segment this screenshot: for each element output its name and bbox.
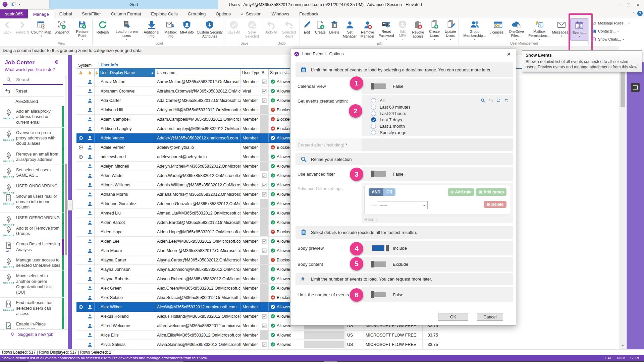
forward-button[interactable]: Forward — [15, 18, 30, 41]
search-icon[interactable] — [480, 98, 485, 103]
show-chats--button[interactable]: Show Chats...▾ — [591, 36, 624, 43]
delete-rule-button[interactable]: ⊖Delete — [484, 201, 506, 208]
cell-user-type[interactable]: Member — [241, 284, 260, 293]
cell-checkbox[interactable] — [260, 218, 269, 227]
tab-column-format[interactable]: Column Format — [106, 9, 146, 18]
restore-point-button[interactable]: Restore Point▾ — [72, 18, 92, 41]
cell-checkbox[interactable] — [260, 124, 269, 133]
body-content-toggle[interactable] — [371, 261, 387, 267]
reset-button[interactable]: Reset — [0, 85, 64, 97]
save-all-button[interactable]: Save All — [226, 18, 241, 41]
panel-icon[interactable] — [631, 83, 640, 92]
cell-username[interactable]: Alayna.Roberts@M365x85832012.OnMicrosoft… — [155, 274, 241, 283]
cell-username[interactable]: Aarav.Melton@M365x85832012.OnMicrosoft.c… — [155, 77, 241, 86]
job-item[interactable]: SELECTAdd to or Remove from Groups — [0, 223, 68, 239]
cell-user-type[interactable]: Member — [241, 330, 260, 340]
cell-checkbox[interactable] — [260, 274, 269, 283]
set-manager-button[interactable]: Set Manager — [341, 18, 358, 41]
cell-username[interactable]: alfred.welcome@M365x85832012.onmicrosoft… — [155, 321, 241, 330]
cell-checkbox[interactable] — [260, 265, 269, 274]
cell-name[interactable]: Adelyn Mitchell — [99, 162, 155, 171]
cell-username[interactable]: Alice.Ellis@M365x85832012.OnMicrosoft.co… — [155, 330, 241, 340]
load-on-prem-users-button[interactable]: Load on-prem users▾ — [112, 18, 142, 41]
calendar-view-toggle[interactable] — [371, 83, 387, 89]
header-username[interactable]: Username — [155, 69, 241, 77]
cell-location[interactable]: US — [345, 330, 364, 340]
close-button[interactable]: ✕ — [634, 1, 642, 8]
cell-user-type[interactable]: Member — [241, 152, 260, 161]
cell-name[interactable]: Adriana Morris — [99, 190, 155, 199]
cell-sign-in[interactable]: Allowed — [269, 330, 303, 340]
limit-events-toggle[interactable] — [371, 291, 387, 298]
cell-name[interactable]: Ahmed Liu — [99, 208, 155, 218]
cell-username[interactable]: Aden.Wade@M365x85832012.OnMicrosoft.com — [155, 171, 241, 180]
sort-desc-icon[interactable]: az — [504, 98, 509, 103]
radio-last-24-hours[interactable]: Last 24 hours — [371, 110, 406, 117]
radio-last-60-minutes[interactable]: Last 60 minutes — [371, 104, 411, 110]
job-item[interactable]: SELECTUSER ONBOARDING — [0, 181, 68, 191]
collapse-sidebar-icon[interactable]: ‹ — [67, 200, 73, 210]
cell-units[interactable]: 33.75 — [423, 340, 440, 349]
cell-username[interactable]: Aiden.Hope@M365x85832012.OnMicrosoft.com — [155, 227, 241, 236]
cell-username[interactable]: Adam.Campbell@M365x85832012.OnMicrosoft.… — [155, 115, 241, 124]
cell-name[interactable]: adelevshared — [99, 152, 155, 161]
cell-name[interactable]: Adalynn Hill — [99, 105, 155, 114]
cell-name[interactable]: Adrienne Gonzalez — [99, 199, 155, 208]
maximize-button[interactable]: ▢ — [625, 1, 633, 8]
job-item[interactable]: SELECTFind mailboxes that selected users… — [0, 298, 68, 319]
contacts--button[interactable]: Contacts...▾ — [591, 27, 619, 35]
cell-user-type[interactable]: Member — [241, 218, 260, 227]
create-button[interactable]: Create — [313, 18, 327, 41]
cell-user-type[interactable]: Member — [241, 143, 260, 152]
ok-button[interactable]: OK — [438, 313, 468, 321]
grid-vertical-scrollbar[interactable]: ▲ ▼ — [619, 62, 627, 349]
cell-username[interactable]: Aiden.Lee@M365x85832012.OnMicrosoft.com — [155, 237, 241, 246]
scroll-down-icon[interactable]: ▼ — [619, 343, 627, 349]
window-switch-icon[interactable] — [11, 2, 16, 7]
field-dropdown[interactable]: ------ ▾ — [377, 201, 428, 209]
advanced-filter-toggle[interactable] — [371, 171, 387, 177]
cell-username[interactable]: adelev@ovh.ytria.io — [155, 143, 241, 152]
radio-last-1-month[interactable]: Last 1 month — [371, 123, 405, 129]
job-item[interactable]: SELECTRemove an email from alias/proxy a… — [0, 149, 68, 165]
cell-checkbox[interactable] — [260, 143, 269, 152]
job-item[interactable]: SELECTSet selected users SAME AS... — [0, 165, 68, 181]
mailbox-info-button[interactable]: Mailbox info — [161, 18, 179, 41]
tab-session[interactable]: ✓Session — [236, 9, 266, 18]
dialog-close-icon[interactable]: ✕ — [505, 51, 513, 58]
cell-user-type[interactable]: Member — [241, 227, 260, 236]
or-button[interactable]: OR — [383, 188, 395, 196]
onedrive-files--button[interactable]: OneDrive Files...▾ — [507, 18, 526, 41]
refresh-button[interactable]: Refresh — [93, 18, 112, 41]
custom-security-attributes-button[interactable]: Custom Security Attributes — [194, 18, 225, 41]
cell-username[interactable]: Alex.Green@M365x85832012.OnMicrosoft.com — [155, 284, 241, 293]
mailbox-permissions--button[interactable]: Mailbox Permissions...▾ — [526, 18, 553, 41]
cell-checkbox[interactable] — [260, 293, 269, 302]
cell-checkbox[interactable] — [260, 190, 269, 199]
message-rules--button[interactable]: Message Rules...▾ — [591, 19, 630, 27]
header-user-display-name[interactable]: User Display Name▲ — [99, 69, 155, 77]
cell-username[interactable]: adelevshared@ovh.ytria.io — [155, 152, 241, 161]
cell-user-type[interactable]: Member — [241, 190, 260, 199]
header-user-type[interactable]: User Type — [241, 69, 260, 77]
cell-username[interactable]: AdeleV@M365x85832012.onmicrosoft.com — [155, 133, 241, 142]
cell-username[interactable]: Alexus.Holland@M365x85832012.OnMicrosoft… — [155, 312, 241, 321]
cell-user-type[interactable]: Member — [241, 96, 260, 105]
cell-name[interactable]: Alayna Carter — [99, 255, 155, 264]
cell-username[interactable]: Adalynn.Hill@M365x85832012.OnMicrosoft.c… — [155, 105, 241, 114]
revoke-access-button[interactable]: Revoke access — [410, 18, 426, 41]
cell-user-type[interactable]: Member — [241, 105, 260, 114]
tab-windows[interactable]: Windows — [266, 9, 294, 18]
cell-checkbox[interactable] — [260, 162, 269, 171]
create-users-button[interactable]: Create Users▾ — [426, 18, 442, 41]
tab-options[interactable]: Options — [211, 9, 236, 18]
gear-icon[interactable] — [54, 59, 59, 65]
job-item[interactable]: ALLGroup-Based Licensing Analysis — [0, 239, 68, 255]
cell-user-type[interactable]: Member — [241, 115, 260, 124]
tab-feedback[interactable]: Feedback — [294, 9, 323, 18]
cell-user-type[interactable]: Member — [241, 77, 260, 86]
cell-user-type[interactable]: Member — [241, 180, 260, 189]
edit-mfa-button[interactable]: Edit MFA▾ — [395, 18, 410, 41]
job-item[interactable]: SELECTShow all users mail or domain info… — [0, 191, 68, 213]
cell-name[interactable]: Adonis Williams — [99, 180, 155, 189]
